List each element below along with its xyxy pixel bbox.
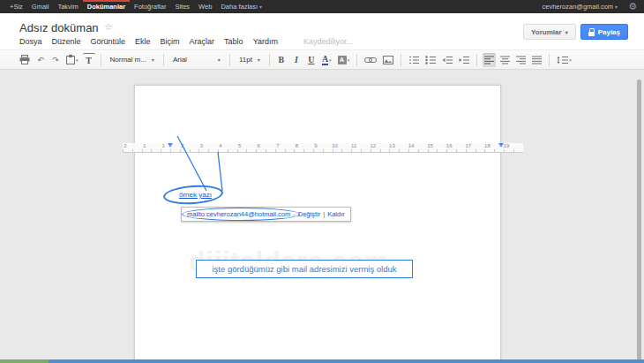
- more-label: Daha fazlası: [221, 3, 258, 11]
- menu-yardim[interactable]: Yardım: [253, 37, 278, 46]
- numbered-list-icon: [408, 56, 419, 64]
- line-spacing-button[interactable]: ▾: [555, 53, 573, 67]
- topbar-link-dokumanlar[interactable]: Dokümanlar: [83, 0, 130, 13]
- ruler-number: 6: [253, 143, 264, 148]
- toolbar-separator: [476, 54, 477, 66]
- progress-remaining-segment: [49, 359, 644, 363]
- comments-label: Yorumlar: [531, 28, 562, 36]
- doc-header: Adsız doküman ☆ Dosya Düzenle Görüntüle …: [0, 13, 644, 49]
- text-color-button[interactable]: A▾: [320, 53, 333, 67]
- toolbar-separator: [163, 54, 164, 66]
- print-button[interactable]: [18, 53, 32, 67]
- topbar-link-takvim[interactable]: Takvim: [53, 0, 82, 13]
- align-center-icon: [500, 56, 510, 64]
- ruler-number: 3: [196, 143, 206, 148]
- ruler-number: 10: [330, 143, 341, 148]
- ruler-number: 2: [120, 143, 131, 148]
- ruler-number: 8: [291, 143, 302, 148]
- ruler-number: 12: [368, 143, 378, 148]
- menu-bicim[interactable]: Biçim: [161, 37, 180, 46]
- align-justify-button[interactable]: [530, 53, 543, 67]
- align-justify-icon: [532, 56, 542, 64]
- chevron-down-icon: ▾: [615, 4, 618, 10]
- align-left-icon: [484, 56, 494, 64]
- link-bubble: mailto:cevherozan44@hotmail.com - Değişt…: [181, 207, 351, 222]
- menu-ekle[interactable]: Ekle: [135, 37, 151, 46]
- highlight-icon: A: [338, 56, 347, 64]
- font-value: Arial: [173, 56, 187, 64]
- bullet-list-button[interactable]: [423, 53, 438, 67]
- chevron-down-icon: ▾: [259, 4, 262, 10]
- paste-format-button[interactable]: ▾: [64, 53, 80, 67]
- bubble-divider: |: [323, 210, 325, 218]
- ruler-number: 5: [235, 143, 245, 148]
- menu-tablo[interactable]: Tablo: [224, 37, 243, 46]
- align-left-button[interactable]: [483, 53, 496, 67]
- topbar-links: +Siz Gmail Takvim Dokümanlar Fotoğraflar…: [0, 0, 266, 13]
- bubble-url-link[interactable]: mailto:cevherozan44@hotmail.com: [187, 210, 290, 218]
- ruler-number: 4: [215, 143, 226, 148]
- toolbar-separator: [401, 54, 401, 66]
- chevron-down-icon: ▾: [258, 57, 260, 63]
- font-dropdown[interactable]: Arial▾: [169, 53, 224, 67]
- indent-button[interactable]: [457, 53, 471, 67]
- video-progress-bar[interactable]: [0, 359, 644, 363]
- outdent-button[interactable]: [440, 53, 454, 67]
- google-topbar: +Siz Gmail Takvim Dokümanlar Fotoğraflar…: [0, 0, 644, 13]
- topbar-link-gmail[interactable]: Gmail: [27, 0, 54, 13]
- align-right-icon: [516, 56, 526, 64]
- annotation-callout: işte gördüğümüz gibi mail adresimizi ver…: [196, 260, 413, 278]
- topbar-link-fotograflar[interactable]: Fotoğraflar: [130, 0, 170, 13]
- ruler-number: 14: [406, 143, 416, 148]
- toolbar-separator: [356, 54, 357, 66]
- chevron-down-icon: ▾: [152, 57, 154, 63]
- align-center-button[interactable]: [498, 53, 512, 67]
- clipboard-icon: [66, 55, 75, 64]
- chevron-down-icon: ▾: [348, 57, 350, 63]
- numbered-list-button[interactable]: [407, 53, 421, 67]
- undo-button[interactable]: ↶: [34, 53, 47, 67]
- account-menu[interactable]: cevherozan@gmail.com▾: [538, 0, 623, 13]
- paint-format-button[interactable]: T: [83, 53, 95, 67]
- topbar-link-sites[interactable]: Sites: [170, 0, 194, 13]
- bubble-change-link[interactable]: Değiştir: [298, 210, 320, 218]
- menu-duzenle[interactable]: Düzenle: [52, 37, 81, 46]
- ruler-number: 11: [348, 143, 359, 148]
- menu-araclar[interactable]: Araçlar: [190, 37, 215, 46]
- comments-button[interactable]: Yorumlar▾: [523, 24, 576, 40]
- print-icon: [19, 55, 30, 64]
- bubble-remove-link[interactable]: Kaldır: [327, 210, 345, 218]
- insert-image-button[interactable]: [381, 53, 395, 67]
- align-right-button[interactable]: [514, 53, 528, 67]
- topbar-link-more[interactable]: Daha fazlası▾: [216, 0, 266, 13]
- bold-button[interactable]: B: [275, 53, 288, 67]
- font-size-dropdown[interactable]: 11pt▾: [236, 53, 264, 67]
- underline-button[interactable]: U: [305, 53, 318, 67]
- ruler-number: 18: [482, 143, 492, 148]
- ruler-number: 9: [311, 143, 321, 148]
- italic-button[interactable]: I: [290, 53, 303, 67]
- topbar-link-web[interactable]: Web: [194, 0, 216, 13]
- image-icon: [383, 56, 393, 64]
- chevron-down-icon: ▾: [565, 29, 568, 35]
- document-hyperlink[interactable]: örnek yazı: [179, 191, 212, 199]
- menu-dosya[interactable]: Dosya: [19, 37, 42, 46]
- undo-icon: ↶: [37, 56, 44, 64]
- link-icon: [364, 57, 377, 64]
- insert-link-button[interactable]: [363, 53, 378, 67]
- toolbar-separator: [229, 54, 230, 66]
- styles-dropdown[interactable]: Normal m...▾: [107, 53, 158, 67]
- lock-icon: [588, 28, 595, 36]
- document-page[interactable]: dijitalders.com: [134, 85, 501, 363]
- share-button[interactable]: Paylaş: [580, 24, 628, 40]
- highlight-color-button[interactable]: A▾: [336, 53, 352, 67]
- topbar-link-siz[interactable]: +Siz: [5, 0, 27, 13]
- chevron-down-icon: ▾: [218, 57, 221, 63]
- vertical-scrollbar[interactable]: [637, 79, 641, 360]
- chevron-down-icon: ▾: [329, 57, 332, 63]
- menu-goruntule[interactable]: Görüntüle: [91, 37, 126, 46]
- star-icon[interactable]: ☆: [104, 21, 113, 33]
- gear-icon[interactable]: ⚙: [628, 2, 637, 11]
- redo-button[interactable]: ↷: [49, 53, 62, 67]
- doc-title[interactable]: Adsız doküman: [19, 21, 99, 34]
